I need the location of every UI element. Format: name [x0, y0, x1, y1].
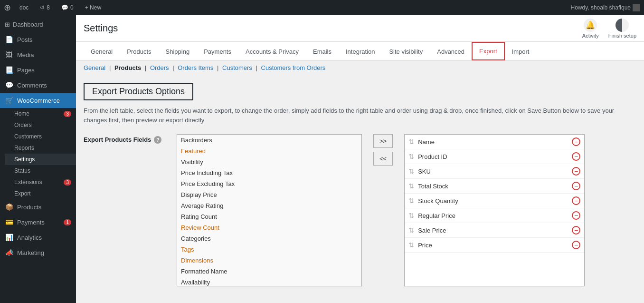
drag-handle-icon: ⇅	[408, 212, 414, 219]
sidebar-item-settings[interactable]: Settings	[5, 154, 76, 165]
remove-item-button[interactable]: −	[572, 226, 580, 235]
list-item[interactable]: Visibility	[177, 156, 361, 167]
breadcrumb-orders[interactable]: Orders	[150, 64, 169, 71]
comments-button[interactable]: 💬 0	[58, 4, 76, 11]
site-name[interactable]: doc	[17, 4, 31, 11]
sidebar-item-woocommerce[interactable]: 🛒 WooCommerce	[0, 93, 76, 108]
pages-icon: 📃	[5, 66, 13, 74]
help-icon[interactable]: ?	[154, 136, 161, 144]
tab-site-visibility[interactable]: Site visibility	[382, 43, 430, 60]
sidebar-item-extensions[interactable]: Extensions 3	[5, 176, 76, 188]
tab-integration[interactable]: Integration	[339, 43, 382, 60]
topbar-actions: 🔔 Activity Finish setup	[582, 19, 636, 39]
breadcrumb-products[interactable]: Products	[114, 64, 141, 71]
drag-handle-icon: ⇅	[408, 153, 414, 160]
tab-shipping[interactable]: Shipping	[159, 43, 197, 60]
remove-item-button[interactable]: −	[572, 241, 580, 249]
list-item[interactable]: Price Including Tax	[177, 167, 361, 178]
list-item[interactable]: Review Count	[177, 222, 361, 233]
drag-handle-icon: ⇅	[408, 226, 414, 234]
sidebar-item-posts[interactable]: 📄 Posts	[0, 32, 76, 47]
media-icon: 🖼	[5, 51, 13, 59]
sidebar: ⊞ Dashboard 📄 Posts 🖼 Media 📃 Pages 💬 Co…	[0, 15, 76, 303]
breadcrumb: General | Products | Orders | Orders Ite…	[76, 60, 644, 75]
list-item[interactable]: Backorders	[177, 135, 361, 146]
tab-accounts-privacy[interactable]: Accounts & Privacy	[238, 43, 306, 60]
left-fields-list[interactable]: Backorders Featured Visibility Price Inc…	[177, 134, 362, 286]
products-icon: 📦	[5, 203, 13, 211]
content-topbar: Settings 🔔 Activity Finish setup	[76, 15, 644, 42]
finish-setup-button[interactable]: Finish setup	[608, 19, 636, 39]
sortable-item[interactable]: ⇅ SKU −	[405, 164, 584, 179]
sortable-item[interactable]: ⇅ Name −	[405, 135, 584, 149]
sidebar-item-analytics[interactable]: 📊 Analytics	[0, 230, 76, 245]
breadcrumb-customers-from-orders[interactable]: Customers from Orders	[261, 64, 326, 71]
sidebar-item-media[interactable]: 🖼 Media	[0, 47, 76, 62]
drag-handle-icon: ⇅	[408, 182, 414, 190]
extensions-badge: 3	[64, 179, 71, 186]
tab-export[interactable]: Export	[472, 42, 505, 60]
sidebar-item-marketing[interactable]: 📣 Marketing	[0, 245, 76, 260]
content-area: Settings 🔔 Activity Finish setup General…	[76, 15, 644, 303]
sidebar-item-status[interactable]: Status	[5, 165, 76, 176]
updates-button[interactable]: ↺ 8	[37, 4, 53, 11]
tabs-bar: General Products Shipping Payments Accou…	[76, 42, 644, 60]
new-button[interactable]: + New	[82, 4, 104, 11]
list-item[interactable]: Featured	[177, 146, 361, 156]
sidebar-item-pages[interactable]: 📃 Pages	[0, 62, 76, 78]
tab-general[interactable]: General	[84, 43, 120, 60]
sidebar-item-export[interactable]: Export	[5, 188, 76, 199]
sidebar-item-payments[interactable]: 💳 Payments 1	[0, 215, 76, 230]
sortable-item[interactable]: ⇅ Regular Price −	[405, 208, 584, 223]
list-item[interactable]: Dimensions	[177, 255, 361, 266]
sortable-item[interactable]: ⇅ Product ID −	[405, 149, 584, 164]
comments-icon-sidebar: 💬	[5, 81, 13, 89]
analytics-icon: 📊	[5, 234, 13, 241]
sortable-item[interactable]: ⇅ Stock Quantity −	[405, 194, 584, 208]
list-item[interactable]: Availability	[177, 277, 361, 286]
finish-setup-icon	[616, 19, 629, 32]
sidebar-dashboard[interactable]: ⊞ Dashboard	[0, 15, 76, 32]
list-item[interactable]: Price Excluding Tax	[177, 178, 361, 189]
remove-item-button[interactable]: −	[572, 152, 580, 161]
list-item[interactable]: Rating Count	[177, 211, 361, 222]
breadcrumb-general[interactable]: General	[84, 64, 105, 71]
breadcrumb-orders-items[interactable]: Orders Items	[178, 64, 213, 71]
remove-item-button[interactable]: −	[572, 167, 580, 176]
wp-logo[interactable]: ⊕	[4, 2, 11, 13]
sortable-item[interactable]: ⇅ Total Stock −	[405, 179, 584, 194]
remove-fields-button[interactable]: <<	[373, 152, 393, 166]
sidebar-item-orders[interactable]: Orders	[5, 119, 76, 131]
page-content: Export Products Options From the left ta…	[76, 75, 644, 303]
payments-badge: 1	[64, 219, 71, 225]
tab-payments[interactable]: Payments	[197, 43, 238, 60]
list-item[interactable]: Tags	[177, 244, 361, 255]
avatar[interactable]	[633, 4, 640, 11]
tab-import[interactable]: Import	[505, 43, 537, 60]
sidebar-item-reports[interactable]: Reports	[5, 142, 76, 154]
tab-advanced[interactable]: Advanced	[430, 43, 472, 60]
sidebar-item-comments[interactable]: 💬 Comments	[0, 78, 76, 93]
breadcrumb-customers[interactable]: Customers	[222, 64, 252, 71]
admin-bar: ⊕ doc ↺ 8 💬 0 + New Howdy, shoaib shafiq…	[0, 0, 644, 15]
tab-emails[interactable]: Emails	[306, 43, 339, 60]
list-item[interactable]: Average Rating	[177, 200, 361, 211]
sortable-item[interactable]: ⇅ Price −	[405, 238, 584, 253]
remove-item-button[interactable]: −	[572, 211, 580, 220]
sidebar-item-products[interactable]: 📦 Products	[0, 199, 76, 215]
list-item[interactable]: Categories	[177, 233, 361, 244]
remove-item-button[interactable]: −	[572, 137, 580, 146]
list-item[interactable]: Display Price	[177, 189, 361, 200]
sidebar-item-home[interactable]: Home 3	[5, 108, 76, 119]
sidebar-item-customers[interactable]: Customers	[5, 131, 76, 142]
tab-products[interactable]: Products	[120, 43, 158, 60]
activity-button[interactable]: 🔔 Activity	[582, 19, 599, 39]
drag-handle-icon: ⇅	[408, 197, 414, 205]
list-item[interactable]: Formatted Name	[177, 266, 361, 277]
drag-handle-icon: ⇅	[408, 138, 414, 146]
right-fields-list[interactable]: ⇅ Name − ⇅ Product ID − ⇅ SKU −	[404, 134, 585, 286]
sortable-item[interactable]: ⇅ Sale Price −	[405, 223, 584, 238]
remove-item-button[interactable]: −	[572, 182, 580, 190]
add-fields-button[interactable]: >>	[373, 134, 393, 148]
remove-item-button[interactable]: −	[572, 196, 580, 205]
